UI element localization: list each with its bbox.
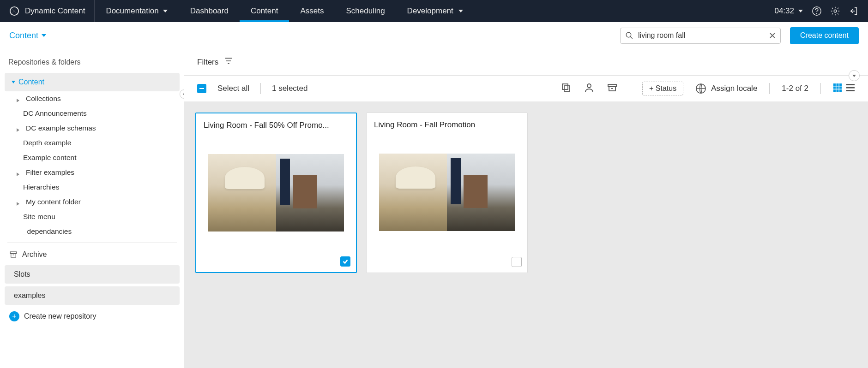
tab-assets[interactable]: Assets [289, 0, 335, 22]
content-area: Filters Select all 1 selected [184, 49, 868, 368]
chevron-right-icon [16, 170, 20, 175]
card-thumbnail [208, 154, 344, 231]
main: Repositories & folders Content Collectio… [0, 49, 868, 368]
svg-rect-8 [562, 84, 568, 89]
brand-title: Dynamic Content [25, 6, 85, 16]
archive-icon [9, 250, 18, 259]
filters-label: Filters [197, 58, 218, 67]
chevron-down-icon [458, 8, 464, 14]
topbar: Dynamic Content Documentation Dashboard … [0, 0, 868, 22]
sidebar-root-content[interactable]: Content [5, 73, 180, 91]
card-checkbox[interactable] [512, 257, 522, 267]
clear-search-icon[interactable] [769, 32, 776, 39]
tab-content[interactable]: Content [240, 0, 289, 22]
card-title: Living Room - Fall Promotion [374, 120, 520, 130]
toolbar-row: Select all 1 selected + Status Assign lo… [184, 76, 868, 101]
chevron-down-icon [11, 80, 16, 84]
chevron-right-icon [16, 126, 20, 131]
archive-action-icon[interactable] [607, 82, 618, 95]
assign-locale-button[interactable]: Assign locale [695, 83, 757, 94]
sidebar-item-dependancies[interactable]: _dependancies [5, 224, 180, 239]
svg-rect-20 [837, 89, 839, 92]
plus-icon: + [9, 311, 19, 321]
chevron-down-icon [798, 8, 803, 14]
sidebar: Repositories & folders Content Collectio… [0, 49, 184, 368]
select-all-checkbox[interactable] [197, 84, 206, 93]
svg-point-4 [626, 32, 631, 37]
svg-rect-13 [833, 83, 836, 86]
archive-label: Archive [22, 250, 47, 259]
search-input[interactable] [638, 31, 765, 40]
divider [769, 83, 770, 94]
sidebar-item-hierarchies[interactable]: Hierarchies [5, 180, 180, 195]
content-scope-dropdown[interactable]: Content [9, 31, 47, 41]
sidebar-item-filter-examples[interactable]: Filter examples [5, 165, 180, 180]
sidebar-archive[interactable]: Archive [5, 247, 180, 262]
brand-logo-icon [9, 6, 19, 16]
chevron-right-icon [16, 200, 20, 204]
create-content-button[interactable]: Create content [790, 27, 859, 44]
search-box[interactable] [620, 28, 781, 44]
create-repository-button[interactable]: + Create new repository [5, 305, 180, 328]
selected-count: 1 selected [272, 84, 308, 93]
svg-point-3 [834, 10, 837, 12]
sidebar-item-example-content[interactable]: Example content [5, 150, 180, 165]
svg-point-2 [816, 13, 817, 13]
sidebar-item-site-menu[interactable]: Site menu [5, 209, 180, 224]
sidebar-heading: Repositories & folders [5, 54, 180, 73]
divider [260, 83, 261, 94]
sidebar-section-slots[interactable]: Slots [5, 265, 180, 284]
content-card[interactable]: Living Room - Fall 50% Off Promo... [195, 113, 357, 273]
svg-rect-14 [837, 83, 839, 86]
sidebar-item-dc-announcements[interactable]: DC Announcements [5, 106, 180, 121]
nav-tabs: Dashboard Content Assets Scheduling Deve… [179, 0, 475, 22]
svg-rect-19 [833, 89, 836, 92]
subbar-right: Create content [620, 27, 859, 44]
documentation-menu[interactable]: Documentation [95, 0, 179, 22]
cards-grid: Living Room - Fall 50% Off Promo... Livi… [184, 101, 868, 284]
sidebar-item-dc-example-schemas[interactable]: DC example schemas [5, 121, 180, 136]
chevron-down-icon [852, 73, 856, 78]
brand-region[interactable]: Dynamic Content [0, 0, 95, 22]
help-icon[interactable] [812, 6, 822, 16]
tab-dashboard[interactable]: Dashboard [179, 0, 240, 22]
toolbar-expand-handle[interactable] [849, 70, 860, 81]
grid-view-icon[interactable] [833, 83, 842, 94]
card-checkbox[interactable] [340, 256, 350, 267]
svg-rect-23 [846, 87, 855, 89]
svg-rect-24 [846, 90, 855, 91]
filters-row: Filters [184, 49, 868, 76]
sidebar-section-examples[interactable]: examples [5, 286, 180, 305]
time-display[interactable]: 04:32 [774, 6, 803, 16]
svg-rect-16 [833, 87, 836, 89]
tab-development[interactable]: Development [396, 0, 475, 22]
time-value: 04:32 [774, 6, 794, 16]
copy-icon[interactable] [561, 82, 572, 95]
content-card[interactable]: Living Room - Fall Promotion [366, 113, 528, 273]
svg-rect-15 [839, 83, 842, 86]
logout-icon[interactable] [849, 6, 859, 16]
sidebar-item-collections[interactable]: Collections [5, 91, 180, 106]
user-icon[interactable] [584, 82, 595, 95]
svg-rect-17 [837, 87, 839, 89]
subbar: Content Create content [0, 22, 868, 49]
globe-icon [695, 83, 706, 94]
svg-rect-22 [846, 84, 855, 85]
list-view-icon[interactable] [846, 83, 855, 94]
filter-icon[interactable] [224, 56, 233, 68]
view-toggle [833, 83, 855, 94]
card-thumbnail [379, 154, 515, 231]
tab-scheduling[interactable]: Scheduling [335, 0, 396, 22]
sidebar-item-depth-example[interactable]: Depth example [5, 136, 180, 150]
collapse-sidebar-handle[interactable] [180, 89, 184, 99]
toolbar-right: + Status Assign locale 1-2 of 2 [561, 82, 855, 95]
add-status-button[interactable]: + Status [642, 82, 683, 95]
divider [820, 83, 821, 94]
chevron-down-icon [41, 33, 47, 38]
svg-rect-7 [564, 86, 570, 91]
gear-icon[interactable] [830, 6, 840, 16]
chevron-down-icon [163, 8, 168, 14]
sidebar-root-label: Content [18, 78, 44, 86]
sidebar-item-my-content-folder[interactable]: My content folder [5, 195, 180, 209]
svg-rect-6 [11, 254, 16, 257]
